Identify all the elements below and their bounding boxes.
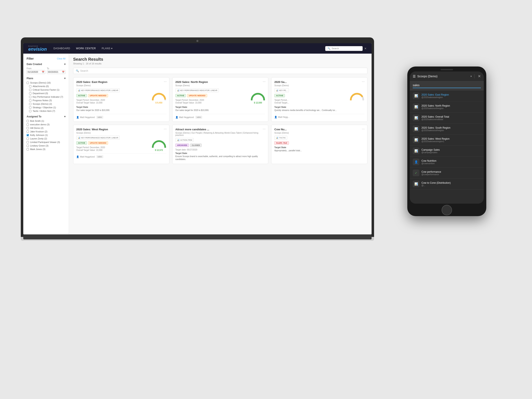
plans-filter-item[interactable]: Department (0) [27, 92, 65, 95]
kpi-icon: 📊 [276, 137, 278, 139]
result-type-icon: 📊 [413, 93, 419, 99]
gauge-svg [152, 139, 166, 148]
assigned-chevron-icon [64, 115, 65, 118]
assigned-filter-item[interactable]: Mark Jones (3) [27, 148, 65, 151]
plans-filter-item[interactable]: Tactic / Action Item (7) [27, 110, 65, 112]
plans-filter-item[interactable]: Scoops (Demo) (16) [27, 82, 65, 84]
phone-search-area [410, 81, 484, 90]
card-type-badge: 📊 TACTIC [274, 136, 287, 140]
phone-org-name: Scoops (Demo) [417, 75, 469, 78]
result-card[interactable]: ⋯ 2020 Sales: North Region Scoops (Demo)… [172, 77, 268, 122]
phone-result-item[interactable]: ✓ Cow performance @cowperformance [410, 167, 484, 178]
gauge-svg [350, 92, 364, 100]
assigned-filter-item[interactable]: Kelly Johnson (1) [27, 134, 65, 136]
result-type-icon: 📊 [413, 147, 419, 154]
target-state-label: Target State [76, 106, 166, 108]
target-state-text: Appropriately... parallel total... [274, 149, 364, 152]
card-footer: 👤Matt Heggelund sales [175, 114, 265, 119]
plans-filter-item[interactable]: Progress Notes (3) [27, 99, 65, 102]
card-type-badge: 📊 KEY PERFORMANCE INDICATOR: LINEAR [76, 88, 120, 92]
phone-result-item[interactable]: 📊 Campaign Sales @campaignsales [410, 146, 484, 157]
card-title: 2020 Sales: North Region [175, 80, 265, 83]
plans-label: Plans [27, 77, 33, 80]
assigned-filter-item[interactable]: Lindsey Green (3) [27, 145, 65, 147]
clear-all-button[interactable]: Clear All [57, 57, 65, 60]
navbar: keystone envision DASHBOARD WORK CENTER … [23, 43, 372, 54]
plans-filter-item[interactable]: Attachments (0) [27, 85, 65, 88]
card-subtitle: Scoops (Demo) [175, 84, 265, 87]
plans-filter-item[interactable]: Critical Success Factor (1) [27, 89, 65, 91]
result-card[interactable]: ⋯ Cow Nu... Scoops (Demo) 📊 TACTIC Healt… [271, 125, 367, 164]
card-menu-icon[interactable]: ⋯ [362, 127, 365, 131]
search-text: Search [332, 47, 339, 50]
date-from-value: 01/13/2020 [28, 71, 38, 73]
phone-screen: ☰ Scoops (Demo) ▾ ✕ 📊 2020 Sales: East R… [410, 71, 484, 204]
phone-menu-icon[interactable]: ☰ [413, 74, 416, 78]
status-badge: ACTIVE [76, 141, 87, 145]
assigned-filter-item[interactable]: Bob Smith (1) [27, 120, 65, 122]
card-menu-icon[interactable]: ⋯ [164, 127, 167, 131]
close-icon[interactable]: ✕ [364, 47, 367, 50]
result-handle: @2020saleswestregion1 [421, 140, 450, 143]
assigned-filter-item[interactable]: Hill Demo (2) [27, 127, 65, 129]
assigned-filter-item[interactable]: Lauren Zenty (2) [27, 137, 65, 140]
assigned-filter-item[interactable]: Limited Participant Viewer (3) [27, 141, 65, 143]
phone-result-item[interactable]: 📊 2020 Sales: West Region @2020saleswest… [410, 134, 484, 146]
card-title: 2020 Sales: West Region [76, 128, 166, 131]
phone-close-icon[interactable]: ✕ [478, 74, 481, 79]
phone-result-item[interactable]: 👤 Cow Nutrition @cownutrition [410, 157, 484, 167]
phone-result-item[interactable]: 📊 2020 Sales: South Region @2020salessou… [410, 123, 484, 134]
phone-result-item[interactable]: 📊 2020 Sales: East Region @2020saleseast… [410, 90, 484, 101]
result-card[interactable]: ⋯ 2020 Sales: East Region Scoops (Demo) … [73, 77, 169, 122]
date-to-input[interactable]: 03/23/2021 📅 [47, 70, 66, 74]
card-menu-icon[interactable]: ⋯ [362, 80, 365, 83]
phone-search-input[interactable] [413, 83, 481, 88]
results-search-bar[interactable]: 🔍 Search [73, 68, 367, 74]
phone-result-item[interactable]: 📊 2020 Sales: Overall Total @2020salesov… [410, 112, 484, 123]
phone-result-item[interactable]: 📊 2020 Sales: North Region @2020salesnor… [410, 101, 484, 112]
plans-filter-item[interactable]: Strategy / Objective (1) [27, 106, 65, 109]
plans-filter-item[interactable]: Scoops (Demo) (2) [27, 103, 65, 105]
assigned-list: Bob Smith (1)executive demo (3)Hill Demo… [27, 120, 65, 151]
date-created-filter: Date Created From 01/13/2020 📅 [27, 63, 65, 74]
date-created-label: Date Created [27, 63, 42, 66]
phone-result-item[interactable]: 📊 Cow to Cone (Distribution) @... [410, 178, 484, 190]
target-state-label: Target State [274, 146, 364, 149]
result-type-icon: 📊 [413, 103, 419, 110]
result-text: 2020 Sales: West Region @2020saleswestre… [421, 137, 450, 143]
card-subtitle: Scoops (Demo) [274, 84, 364, 87]
card-menu-icon[interactable]: ⋯ [263, 80, 266, 83]
result-text: Cow Nutrition @cownutrition [421, 159, 437, 165]
phone-home-button[interactable] [442, 205, 452, 215]
assigned-filter-item[interactable]: Jake Knutson (2) [27, 130, 65, 133]
result-card[interactable]: ⋯ Attract more candidates ... Scoops (De… [172, 125, 268, 164]
result-card[interactable]: ⋯ 2020 Sa... Scoops (Demo) 📊 KEY PE... A… [271, 77, 367, 122]
card-tag: sales [195, 116, 202, 119]
phone-dropdown-icon[interactable]: ▾ [470, 75, 472, 78]
result-handle: @2020salesoveralltotal [421, 118, 449, 120]
card-menu-icon[interactable]: ⋯ [263, 127, 266, 131]
date-from-input[interactable]: 01/13/2020 📅 [27, 70, 45, 74]
nav-plans[interactable]: PLANS ▾ [102, 47, 112, 50]
card-menu-icon[interactable]: ⋯ [164, 80, 167, 83]
plans-filter-item[interactable]: Key Performance Indicator (7) [27, 95, 65, 98]
navbar-nav: DASHBOARD WORK CENTER PLANS ▾ [53, 47, 112, 50]
result-text: 2020 Sales: Overall Total @2020salesover… [421, 115, 449, 120]
plans-filter: Plans Scoops (Demo) (16)Attachments (0)C… [27, 77, 65, 112]
results-search-placeholder: Search [80, 70, 88, 72]
card-footer: 👤Matt Hegg... [274, 114, 364, 119]
nav-work-center[interactable]: WORK CENTER [76, 47, 96, 50]
nav-dashboard[interactable]: DASHBOARD [53, 47, 70, 50]
card-type-badge: 📊 KEY PERFORMANCE INDICATOR: LINEAR [175, 88, 219, 92]
results-search-icon: 🔍 [76, 70, 79, 72]
result-text: Cow performance @cowperformance [421, 171, 441, 176]
plans-header[interactable]: Plans [27, 77, 65, 80]
target-state-label: Target State [175, 152, 265, 154]
assigned-header[interactable]: Assigned To [27, 115, 65, 118]
navbar-search-bar[interactable]: 🔍 Search [325, 46, 363, 51]
assigned-filter-item[interactable]: executive demo (3) [27, 123, 65, 126]
date-created-header[interactable]: Date Created [27, 63, 65, 66]
result-handle: @cownutrition [421, 162, 437, 165]
status-badge: ARCHIVED [175, 144, 189, 147]
result-card[interactable]: ⋯ 2020 Sales: West Region Scoops (Demo) … [73, 125, 169, 164]
